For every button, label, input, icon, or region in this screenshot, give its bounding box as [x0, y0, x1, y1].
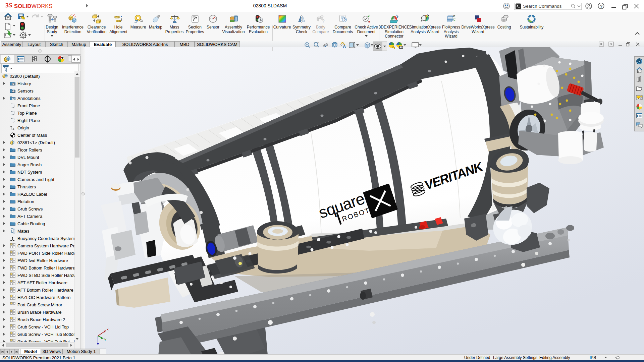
svg-text:#: # — [453, 14, 455, 18]
svg-text:?: ? — [600, 4, 603, 9]
svg-text:A: A — [343, 44, 346, 49]
svg-text:Y: Y — [104, 338, 107, 342]
svg-text:?: ? — [322, 18, 325, 23]
svg-text:Search Commands: Search Commands — [523, 4, 562, 9]
svg-text:?: ? — [343, 18, 345, 22]
svg-text:SOLIDWORKS: SOLIDWORKS — [14, 3, 53, 9]
svg-text:x: x — [107, 327, 109, 331]
